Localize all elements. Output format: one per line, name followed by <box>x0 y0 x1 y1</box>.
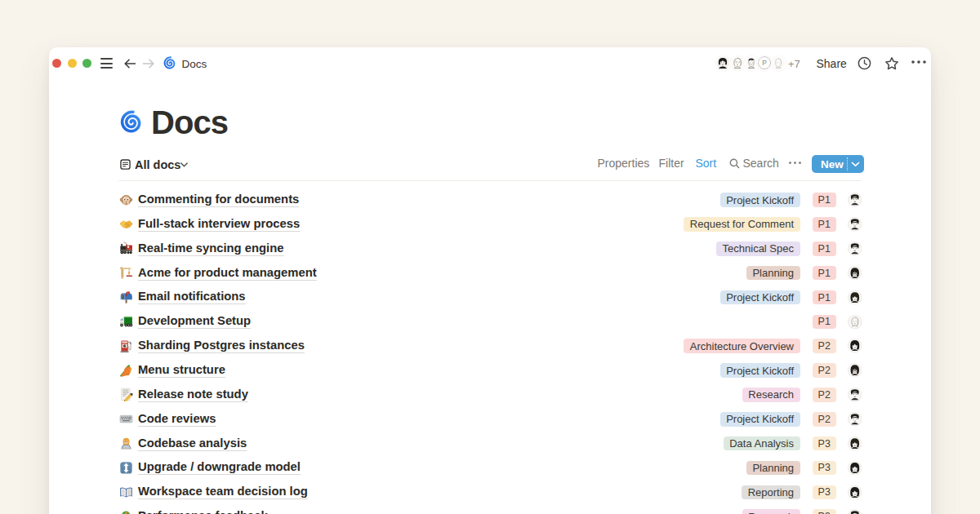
svg-text:P: P <box>762 59 767 67</box>
